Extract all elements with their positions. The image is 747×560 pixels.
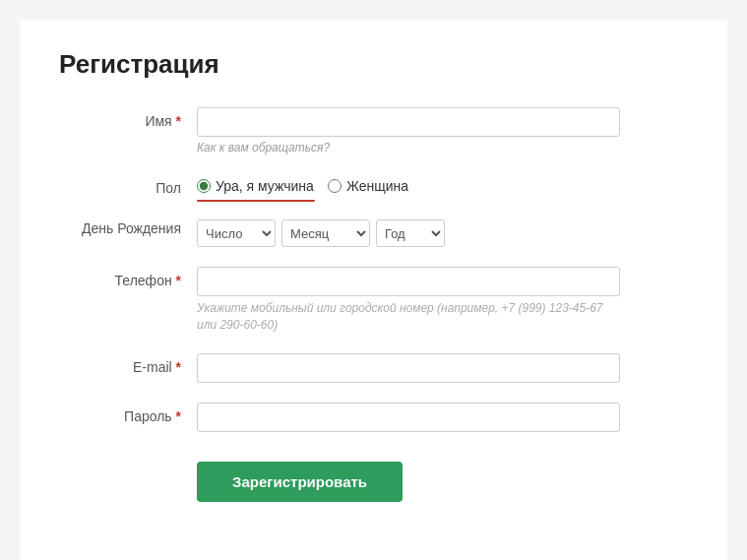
- birthday-selects: Число Месяц Год: [197, 216, 688, 247]
- phone-label: Телефон *: [59, 267, 197, 288]
- birthday-content: Число Месяц Год: [197, 216, 688, 247]
- email-label: E-mail *: [59, 353, 197, 375]
- email-group: E-mail *: [59, 353, 688, 383]
- password-content: [197, 403, 688, 432]
- birthday-month-select[interactable]: Месяц: [281, 219, 370, 247]
- phone-content: Укажите мобильный или городской номер (н…: [197, 267, 688, 334]
- birthday-group: День Рождения Число Месяц Год: [59, 216, 688, 247]
- radio-male-option[interactable]: Ура, я мужчина: [197, 178, 314, 194]
- name-group: Имя * Как к вам обращаться?: [59, 107, 688, 155]
- phone-input[interactable]: [197, 267, 620, 296]
- birthday-day-select[interactable]: Число: [197, 219, 276, 247]
- page-title: Регистрация: [59, 49, 688, 80]
- submit-button[interactable]: Зарегистрировать: [197, 462, 403, 502]
- gender-underline: [197, 200, 315, 202]
- gender-content: Ура, я мужчина Женщина: [197, 174, 688, 194]
- email-content: [197, 353, 688, 383]
- password-group: Пароль *: [59, 403, 688, 432]
- name-hint: Как к вам обращаться?: [197, 141, 688, 155]
- radio-group: Ура, я мужчина Женщина: [197, 174, 688, 194]
- radio-female[interactable]: [328, 179, 342, 193]
- gender-label: Пол: [59, 174, 197, 196]
- birthday-year-select[interactable]: Год: [376, 219, 445, 247]
- radio-male[interactable]: [197, 179, 211, 193]
- password-input[interactable]: [197, 403, 620, 432]
- name-content: Как к вам обращаться?: [197, 107, 688, 155]
- email-input[interactable]: [197, 353, 620, 383]
- phone-hint: Укажите мобильный или городской номер (н…: [197, 300, 620, 334]
- radio-female-option[interactable]: Женщина: [328, 178, 408, 194]
- phone-group: Телефон * Укажите мобильный или городско…: [59, 267, 688, 334]
- page-container: Регистрация Имя * Как к вам обращаться? …: [20, 20, 727, 560]
- name-input[interactable]: [197, 107, 620, 137]
- gender-group: Пол Ура, я мужчина Женщина: [59, 174, 688, 196]
- birthday-label: День Рождения: [59, 216, 197, 236]
- password-label: Пароль *: [59, 403, 197, 424]
- name-label: Имя *: [59, 107, 197, 129]
